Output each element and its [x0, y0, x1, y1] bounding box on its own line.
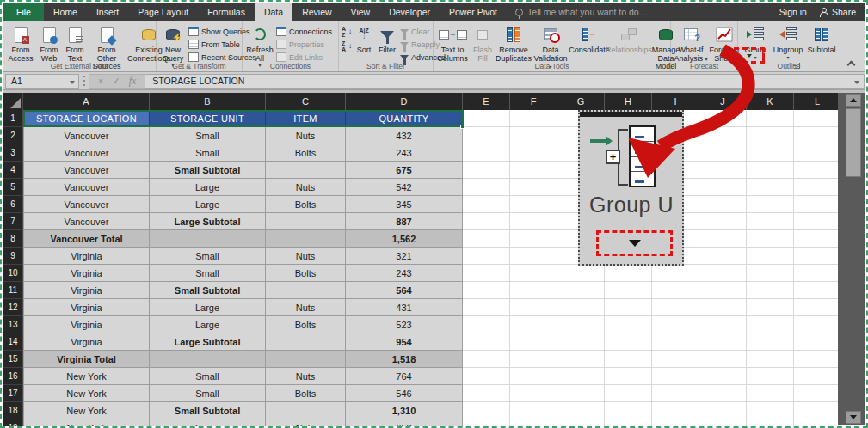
cell-B3[interactable]: Small	[150, 144, 266, 162]
tab-review[interactable]: Review	[292, 3, 341, 21]
cell-B16[interactable]: Small	[150, 368, 266, 385]
cell-I19[interactable]	[652, 419, 699, 428]
row-header-3[interactable]: 3	[3, 144, 23, 162]
cell-J10[interactable]	[699, 265, 747, 282]
row-header-7[interactable]: 7	[3, 213, 23, 230]
cell-D11[interactable]: 564	[346, 282, 463, 299]
cell-L2[interactable]	[794, 127, 841, 144]
cell-B9[interactable]: Small	[150, 248, 266, 265]
filter-button[interactable]: Filter	[376, 23, 398, 55]
column-header-F[interactable]: F	[510, 93, 557, 110]
scroll-up-button[interactable]	[846, 94, 861, 107]
cell-G16[interactable]	[557, 368, 605, 385]
share-button[interactable]: Share	[819, 7, 856, 17]
cell-F11[interactable]	[510, 282, 557, 299]
cell-J6[interactable]	[699, 196, 747, 213]
cell-D3[interactable]: 243	[346, 144, 463, 162]
cell-G14[interactable]	[557, 333, 605, 351]
row-header-9[interactable]: 9	[3, 248, 23, 265]
relationships-button[interactable]: Relationships	[610, 23, 648, 55]
tell-me-box[interactable]: Tell me what you want to do...	[507, 3, 655, 21]
cell-E16[interactable]	[463, 368, 510, 385]
cell-L16[interactable]	[794, 368, 841, 385]
cell-J1[interactable]	[699, 110, 747, 127]
row-header-12[interactable]: 12	[3, 299, 23, 316]
cell-L3[interactable]	[794, 144, 841, 162]
cell-L7[interactable]	[794, 213, 841, 230]
cell-H13[interactable]	[605, 316, 652, 333]
column-header-C[interactable]: C	[266, 93, 346, 110]
cell-D19[interactable]: 653	[346, 419, 463, 428]
cell-B10[interactable]: Small	[150, 265, 266, 282]
cell-F7[interactable]	[510, 213, 557, 230]
cell-A7[interactable]: Vancouver	[23, 213, 150, 230]
tab-data[interactable]: Data	[255, 3, 292, 21]
cell-A4[interactable]: Vancouver	[23, 162, 150, 179]
cell-K15[interactable]	[747, 351, 794, 368]
cell-D10[interactable]: 243	[346, 265, 463, 282]
row-header-11[interactable]: 11	[3, 282, 23, 299]
cell-B7[interactable]: Large Subtotal	[150, 213, 266, 230]
ungroup-dropdown-arrow[interactable]: ▾	[786, 55, 789, 60]
cell-H14[interactable]	[605, 333, 652, 351]
column-header-J[interactable]: J	[699, 93, 747, 110]
formula-bar-expand-icon[interactable]	[854, 81, 859, 84]
cell-I16[interactable]	[652, 368, 699, 385]
cell-F17[interactable]	[510, 385, 557, 402]
cell-I11[interactable]	[652, 282, 699, 299]
cell-A1[interactable]: STORAGE LOCATION	[23, 110, 150, 127]
column-header-K[interactable]: K	[747, 93, 794, 110]
cell-D4[interactable]: 675	[346, 162, 463, 179]
from-web-button[interactable]: From Web	[37, 23, 61, 63]
cell-I10[interactable]	[652, 265, 699, 282]
cell-L17[interactable]	[794, 385, 841, 402]
cell-B2[interactable]: Small	[150, 127, 266, 144]
cell-E18[interactable]	[463, 402, 510, 419]
cell-A17[interactable]: New York	[23, 385, 150, 402]
sort-za-button[interactable]: ZA↓	[342, 40, 352, 52]
cell-I14[interactable]	[652, 333, 699, 351]
cell-K16[interactable]	[747, 368, 794, 385]
cell-J8[interactable]	[699, 230, 747, 248]
tab-formulas[interactable]: Formulas	[198, 3, 255, 21]
cell-F3[interactable]	[510, 144, 557, 162]
cell-F6[interactable]	[510, 196, 557, 213]
cell-C19[interactable]: Nuts	[266, 419, 346, 428]
cell-H18[interactable]	[605, 402, 652, 419]
cell-H19[interactable]	[605, 419, 652, 428]
cell-J15[interactable]	[699, 351, 747, 368]
cell-H17[interactable]	[605, 385, 652, 402]
cell-C6[interactable]: Bolts	[266, 196, 346, 213]
cell-E5[interactable]	[463, 179, 510, 196]
column-header-H[interactable]: H	[605, 93, 652, 110]
tab-file[interactable]: File	[3, 3, 44, 21]
cell-C10[interactable]: Bolts	[266, 265, 346, 282]
cell-H15[interactable]	[605, 351, 652, 368]
cell-D5[interactable]: 542	[346, 179, 463, 196]
cell-A18[interactable]: New York	[23, 402, 150, 419]
cell-D6[interactable]: 345	[346, 196, 463, 213]
cell-G12[interactable]	[557, 299, 605, 316]
cell-C1[interactable]: ITEM	[266, 110, 346, 127]
cell-I17[interactable]	[652, 385, 699, 402]
tab-view[interactable]: View	[342, 3, 380, 21]
subtotal-button[interactable]: Subtotal	[806, 23, 837, 55]
cell-C4[interactable]	[266, 162, 346, 179]
what-if-analysis-button[interactable]: ? What-If Analysis ▾	[674, 23, 708, 63]
cell-G10[interactable]	[557, 265, 605, 282]
collapse-ribbon-icon[interactable]	[847, 61, 856, 70]
cell-C15[interactable]	[266, 351, 346, 368]
cell-C3[interactable]: Bolts	[266, 144, 346, 162]
cell-B6[interactable]: Large	[150, 196, 266, 213]
insert-function-icon[interactable]: fx	[129, 75, 137, 88]
cell-E7[interactable]	[463, 213, 510, 230]
cell-A9[interactable]: Virginia	[23, 248, 150, 265]
cell-I13[interactable]	[652, 316, 699, 333]
cell-E1[interactable]	[463, 110, 510, 127]
cell-F18[interactable]	[510, 402, 557, 419]
flash-fill-button[interactable]: Flash Fill	[471, 23, 495, 63]
cell-B17[interactable]: Small	[150, 385, 266, 402]
cell-L12[interactable]	[794, 299, 841, 316]
ungroup-button[interactable]: Ungroup ▾	[772, 23, 804, 60]
cell-F8[interactable]	[510, 230, 557, 248]
